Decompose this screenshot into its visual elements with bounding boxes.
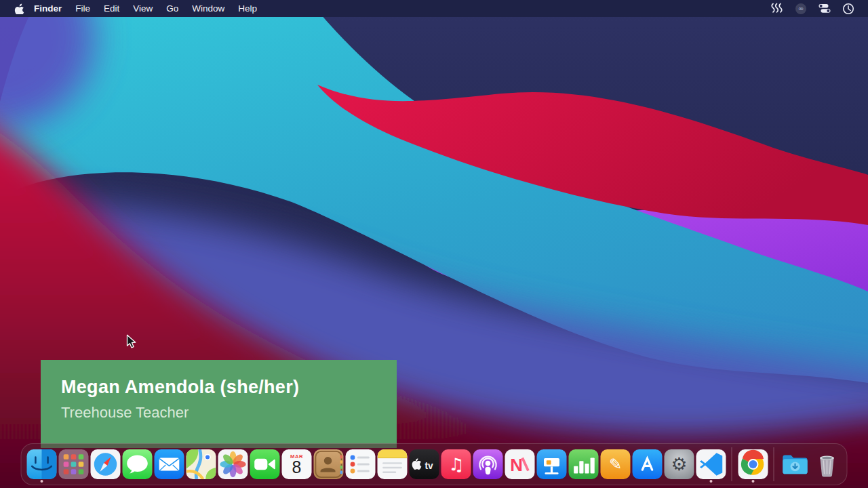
music-icon: ♫ <box>441 449 471 479</box>
dock: MAR8tv♫N✎⚙ <box>21 443 848 485</box>
dock-item-systemprefs[interactable]: ⚙ <box>664 449 694 479</box>
maps-icon <box>186 449 216 479</box>
dock-item-podcasts[interactable] <box>473 449 502 479</box>
pages-icon: ✎ <box>600 449 630 479</box>
running-indicator <box>709 480 712 483</box>
appstore-icon <box>632 449 662 479</box>
contacts-icon <box>313 449 343 479</box>
menu-finder[interactable]: Finder <box>27 0 68 17</box>
dock-separator <box>732 447 732 481</box>
downloads-icon <box>780 449 810 479</box>
dock-item-music[interactable]: ♫ <box>441 449 471 479</box>
menu-help[interactable]: Help <box>231 0 264 17</box>
desktop: FinderFileEditViewGoWindowHelp ∞ Megan A… <box>0 0 868 488</box>
svg-text:tv: tv <box>425 460 433 471</box>
calendar-icon: MAR8 <box>281 449 311 479</box>
finder-icon <box>26 449 56 479</box>
dock-item-safari[interactable] <box>90 449 120 479</box>
running-indicator <box>751 480 754 483</box>
safari-icon <box>90 449 120 479</box>
launchpad-icon <box>58 449 88 479</box>
menu-bar-items: FinderFileEditViewGoWindowHelp <box>0 0 264 17</box>
banner-role: Treehouse Teacher <box>61 404 397 422</box>
dock-item-mail[interactable] <box>154 449 184 479</box>
appletv-icon: tv <box>409 449 439 479</box>
dock-item-keynote[interactable] <box>536 449 566 479</box>
clock-icon[interactable] <box>842 3 854 15</box>
adobe-creative-cloud-icon[interactable]: ∞ <box>795 3 807 15</box>
dock-item-messages[interactable] <box>122 449 152 479</box>
lower-third-banner: Megan Amendola (she/her) Treehouse Teach… <box>41 360 397 448</box>
dock-item-photos[interactable] <box>218 449 248 479</box>
dock-item-news[interactable]: N <box>505 449 534 479</box>
messages-icon <box>122 449 152 479</box>
svg-text:∞: ∞ <box>798 5 804 12</box>
facetime-icon <box>250 449 279 479</box>
svg-text:♫: ♫ <box>448 454 463 474</box>
svg-text:8: 8 <box>292 458 301 476</box>
running-indicator <box>40 480 43 483</box>
dock-item-chrome[interactable] <box>738 449 768 479</box>
chrome-icon <box>738 449 768 479</box>
notes-icon <box>377 449 407 479</box>
dock-item-calendar[interactable]: MAR8 <box>281 449 311 479</box>
menu-go[interactable]: Go <box>159 0 185 17</box>
svg-text:⚙: ⚙ <box>671 453 687 474</box>
keynote-icon <box>536 449 566 479</box>
dock-item-trash[interactable] <box>812 449 842 479</box>
dock-item-pages[interactable]: ✎ <box>600 449 630 479</box>
banner-name: Megan Amendola (she/her) <box>61 377 397 398</box>
photos-icon <box>218 449 248 479</box>
control-center-icon[interactable] <box>818 3 831 14</box>
dock-item-launchpad[interactable] <box>58 449 88 479</box>
dock-item-vscode[interactable] <box>696 449 726 479</box>
apple-menu-icon[interactable] <box>14 3 24 14</box>
news-icon: N <box>505 449 534 479</box>
dock-item-downloads[interactable] <box>780 449 810 479</box>
numbers-icon <box>568 449 598 479</box>
podcasts-icon <box>473 449 502 479</box>
dock-separator <box>774 447 774 481</box>
dock-item-appletv[interactable]: tv <box>409 449 439 479</box>
dock-item-appstore[interactable] <box>632 449 662 479</box>
menu-bar: FinderFileEditViewGoWindowHelp ∞ <box>0 0 868 17</box>
dock-item-reminders[interactable] <box>345 449 375 479</box>
menu-file[interactable]: File <box>68 0 97 17</box>
mail-icon <box>154 449 184 479</box>
dock-item-facetime[interactable] <box>250 449 279 479</box>
dock-item-notes[interactable] <box>377 449 407 479</box>
reminders-icon <box>345 449 375 479</box>
systemprefs-icon: ⚙ <box>664 449 694 479</box>
vscode-icon <box>696 449 726 479</box>
menu-window[interactable]: Window <box>185 0 231 17</box>
menu-edit[interactable]: Edit <box>97 0 126 17</box>
dock-item-numbers[interactable] <box>568 449 598 479</box>
svg-text:✎: ✎ <box>608 455 621 473</box>
menu-view[interactable]: View <box>126 0 159 17</box>
menu-bar-status: ∞ <box>770 0 854 17</box>
svg-text:N: N <box>510 455 523 474</box>
dock-item-contacts[interactable] <box>313 449 343 479</box>
wavy-lines-icon[interactable] <box>770 3 783 14</box>
dock-item-finder[interactable] <box>26 449 56 479</box>
dock-item-maps[interactable] <box>186 449 216 479</box>
trash-icon <box>812 449 842 479</box>
